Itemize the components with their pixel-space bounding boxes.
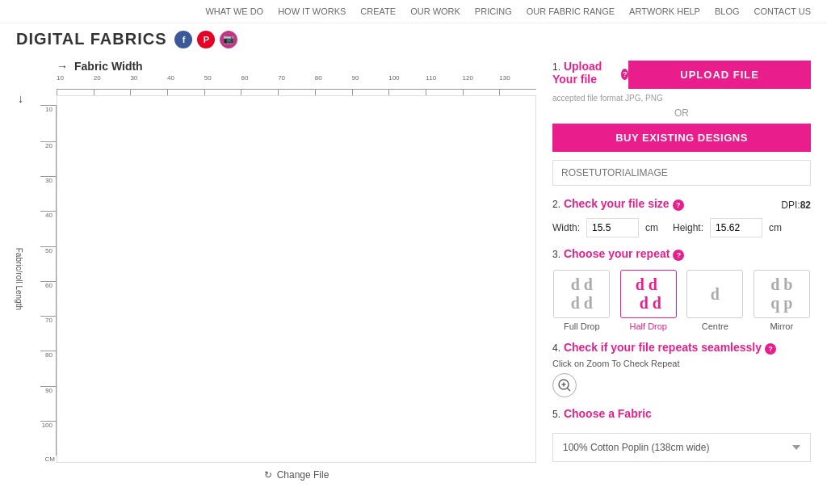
nav-contact-us[interactable]: CONTACT US bbox=[754, 6, 812, 16]
filename-input[interactable] bbox=[552, 160, 811, 186]
nav-pricing[interactable]: PRICING bbox=[475, 6, 512, 16]
centre-box[interactable]: d bbox=[686, 270, 743, 318]
site-header: DIGITAL FABRICS f P 📷 bbox=[0, 23, 827, 52]
pinterest-icon[interactable]: P bbox=[197, 31, 215, 48]
filesize-help-icon[interactable]: ? bbox=[673, 200, 684, 211]
left-ruler-marks: 10 20 30 40 50 60 70 80 90 100 bbox=[40, 105, 57, 456]
repeat-help-icon[interactable]: ? bbox=[673, 250, 684, 261]
fabric-title: 5. Choose a Fabric bbox=[552, 407, 652, 420]
centre-label: Centre bbox=[702, 321, 728, 331]
seamless-help-icon[interactable]: ? bbox=[765, 343, 776, 355]
logo: DIGITAL FABRICS bbox=[16, 30, 166, 48]
filesize-header: 2. Check your file size ? DPI:82 bbox=[552, 197, 811, 213]
height-unit: cm bbox=[769, 222, 782, 233]
nav-artwork-help[interactable]: ARTWORK HELP bbox=[629, 6, 700, 16]
preview-body: Fabric/roll Length ↓ 10 20 30 40 50 60 7… bbox=[16, 95, 536, 463]
instagram-icon[interactable]: 📷 bbox=[220, 31, 237, 48]
main-content: → Fabric Width 10 20 30 40 50 60 70 80 9… bbox=[0, 52, 827, 489]
repeat-title: 3. Choose your repeat bbox=[552, 247, 670, 260]
nav-what-we-do[interactable]: WHAT WE DO bbox=[205, 6, 263, 16]
half-drop-label: Half Drop bbox=[630, 321, 667, 331]
fabric-select[interactable]: 100% Cotton Poplin (138cm wide) 100% Cot… bbox=[552, 433, 811, 462]
svg-line-19 bbox=[568, 388, 571, 392]
right-panel: 1. Upload Your file ? UPLOAD FILE accept… bbox=[552, 60, 811, 481]
upload-file-button[interactable]: UPLOAD FILE bbox=[628, 61, 811, 89]
repeat-full-drop[interactable]: d dd d Full Drop bbox=[552, 270, 611, 331]
height-label: Height: bbox=[673, 222, 703, 233]
preview-area: → Fabric Width 10 20 30 40 50 60 70 80 9… bbox=[16, 60, 536, 481]
svg-rect-17 bbox=[57, 96, 535, 462]
nav-create[interactable]: CREATE bbox=[360, 6, 396, 16]
height-input[interactable] bbox=[710, 218, 762, 237]
filesize-section: 2. Check your file size ? DPI:82 Width: … bbox=[552, 197, 811, 237]
full-drop-label: Full Drop bbox=[564, 321, 600, 331]
accepted-formats: accepted file format JPG, PNG bbox=[552, 94, 811, 103]
repeat-mirror[interactable]: d bq p Mirror bbox=[753, 270, 812, 331]
repeat-centre[interactable]: d Centre bbox=[686, 270, 745, 331]
zoom-icon[interactable] bbox=[552, 373, 577, 397]
or-divider: OR bbox=[552, 107, 811, 119]
ruler-top-label: 10 bbox=[57, 74, 64, 82]
repeat-options: d dd d Full Drop d d d d Half Drop d bbox=[552, 270, 811, 331]
fabric-length-label: Fabric/roll Length bbox=[15, 95, 23, 463]
upload-section-title: 1. Upload Your file bbox=[552, 60, 615, 86]
nav-blog[interactable]: BLOG bbox=[715, 6, 740, 16]
main-nav: WHAT WE DO HOW IT WORKS CREATE OUR WORK … bbox=[0, 0, 827, 23]
nav-fabric-range[interactable]: OUR FABRIC RANGE bbox=[527, 6, 615, 16]
filesize-title: 2. Check your file size bbox=[552, 197, 670, 210]
seamless-subtitle: Click on Zoom To Check Repeat bbox=[552, 359, 811, 368]
ruler-left: Fabric/roll Length ↓ 10 20 30 40 50 60 7… bbox=[16, 95, 57, 463]
social-icons: f P 📷 bbox=[174, 31, 237, 48]
change-file-button[interactable]: ↻ Change File bbox=[57, 469, 536, 481]
mirror-label: Mirror bbox=[770, 321, 793, 331]
buy-existing-button[interactable]: BUY EXISTING DESIGNS bbox=[552, 124, 811, 152]
repeat-half-drop[interactable]: d d d d Half Drop bbox=[619, 270, 678, 331]
fabric-section: 5. Choose a Fabric 100% Cotton Poplin (1… bbox=[552, 407, 811, 462]
upload-help-icon[interactable]: ? bbox=[621, 69, 628, 80]
upload-section: 1. Upload Your file ? UPLOAD FILE accept… bbox=[552, 60, 811, 186]
size-row: Width: cm Height: cm bbox=[552, 218, 811, 237]
cm-label: CM bbox=[40, 456, 57, 463]
seamless-section: 4. Check if your file repeats seamlessly… bbox=[552, 341, 811, 397]
width-label: Width: bbox=[552, 222, 580, 233]
mirror-box[interactable]: d bq p bbox=[754, 270, 810, 318]
fabric-pattern-svg bbox=[57, 96, 535, 462]
width-unit: cm bbox=[645, 222, 658, 233]
facebook-icon[interactable]: f bbox=[174, 31, 192, 48]
seamless-title: 4. Check if your file repeats seamlessly bbox=[552, 341, 762, 354]
ruler-top-line bbox=[57, 89, 536, 95]
full-drop-box[interactable]: d dd d bbox=[553, 270, 610, 318]
dpi-display: DPI:82 bbox=[781, 200, 811, 211]
fabric-canvas bbox=[57, 95, 536, 463]
repeat-section: 3. Choose your repeat ? d dd d Full Drop… bbox=[552, 247, 811, 331]
width-input[interactable] bbox=[586, 218, 639, 237]
fabric-width-label: → Fabric Width bbox=[57, 60, 536, 73]
refresh-icon: ↻ bbox=[264, 469, 272, 481]
nav-how-it-works[interactable]: HOW IT WORKS bbox=[278, 6, 346, 16]
half-drop-box[interactable]: d d d d bbox=[620, 270, 677, 318]
arrow-right-icon: → bbox=[57, 60, 68, 73]
nav-our-work[interactable]: OUR WORK bbox=[410, 6, 460, 16]
